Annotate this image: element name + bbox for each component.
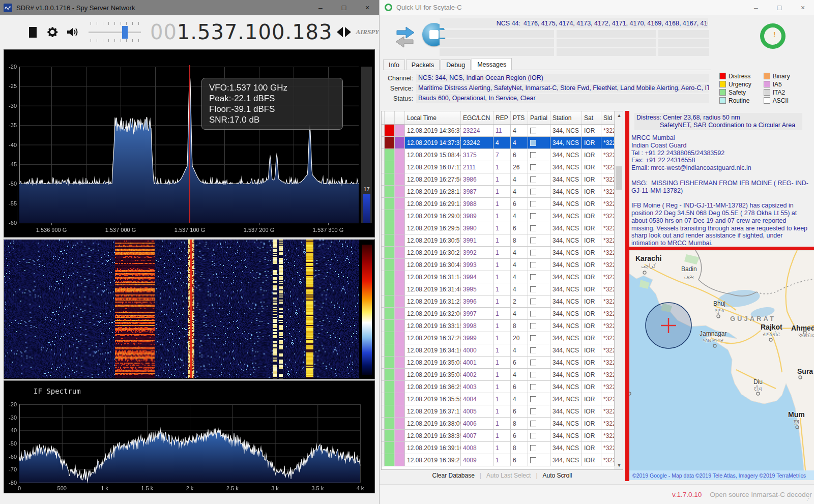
clear-database-button[interactable]: Clear Database	[432, 472, 474, 479]
status-value[interactable]: Bauds 600, Operational, In Service, Clea…	[416, 94, 709, 103]
table-row[interactable]: 12.08.2019 16:31:23399612344, NCSIOR*322	[382, 295, 623, 308]
table-row[interactable]: 12.08.2019 16:31:14399414344, NCSIOR*322	[382, 271, 623, 283]
table-row[interactable]: 12.08.2019 16:29:57399016344, NCSIOR*322	[382, 222, 623, 234]
table-row[interactable]: 12.08.2019 16:32:06399714344, NCSIOR*322	[382, 308, 623, 320]
volume-slider[interactable]	[89, 21, 141, 43]
table-header-cell[interactable]: EGC/LCN	[461, 111, 493, 124]
table-row[interactable]: 12.08.2019 16:33:15399818344, NCSIOR*322	[382, 320, 623, 332]
table-row[interactable]: 12.08.2019 16:30:23399214344, NCSIOR*322	[382, 247, 623, 259]
gear-icon[interactable]	[46, 25, 59, 39]
auto-last-select-button[interactable]: Auto Last Select	[486, 472, 531, 479]
service-value[interactable]: Maritime Distress Alerting, SafetyNet, I…	[416, 84, 709, 93]
table-scrollbar[interactable]: ▲ ▼	[615, 111, 623, 469]
partial-checkbox[interactable]	[530, 238, 536, 244]
partial-checkbox[interactable]	[530, 213, 536, 219]
frequency-step-arrows[interactable]	[336, 26, 352, 38]
partial-checkbox[interactable]	[530, 457, 536, 463]
table-row[interactable]: 12.08.2019 16:30:48399314344, NCSIOR*322	[382, 259, 623, 271]
table-row[interactable]: 12.08.2019 16:35:08400214344, NCSIOR*322	[382, 369, 623, 381]
table-row[interactable]: 12.08.2019 16:39:27400916344, NCSIOR*322	[382, 454, 623, 466]
table-header-cell[interactable]: Partial	[528, 111, 550, 124]
partial-checkbox[interactable]	[530, 164, 536, 170]
tab-packets[interactable]: Packets	[406, 60, 440, 70]
frequency-display[interactable]: 001.537.100.183	[150, 20, 333, 44]
table-header-cell[interactable]: Station	[550, 111, 582, 124]
speaker-icon[interactable]	[66, 25, 80, 39]
tab-info[interactable]: Info	[383, 60, 405, 70]
waterfall-canvas[interactable]	[4, 240, 359, 378]
table-header-cell[interactable]: PTS	[511, 111, 528, 124]
waterfall-panel[interactable]	[4, 239, 375, 379]
sdr-close-button[interactable]: ×	[356, 0, 379, 15]
table-row[interactable]: 12.08.2019 16:36:25400316344, NCSIOR*322	[382, 381, 623, 393]
table-row[interactable]: 12.08.2019 16:30:57399118344, NCSIOR*322	[382, 234, 623, 247]
partial-checkbox[interactable]	[530, 201, 536, 207]
partial-checkbox[interactable]	[530, 433, 536, 439]
spectrum-panel[interactable]: 17 VFO:1.537 100 GHz Peak:-22.1 dBFS Flo…	[4, 49, 375, 238]
partial-checkbox[interactable]	[530, 274, 536, 280]
partial-checkbox[interactable]	[530, 347, 536, 353]
scy-close-button[interactable]: ×	[791, 0, 814, 15]
scrollbar-thumb[interactable]	[616, 166, 622, 190]
partial-checkbox[interactable]	[530, 372, 536, 378]
partial-checkbox[interactable]	[530, 396, 536, 402]
sdr-maximize-button[interactable]: □	[332, 0, 356, 15]
table-row[interactable]: 12.08.2019 16:27:56398614344, NCSIOR*322	[382, 173, 623, 186]
partial-checkbox[interactable]	[530, 225, 536, 231]
table-row[interactable]: 12.08.2019 16:37:17400516344, NCSIOR*322	[382, 405, 623, 418]
partial-checkbox[interactable]	[530, 250, 536, 256]
partial-checkbox[interactable]	[530, 445, 536, 451]
table-row[interactable]: 12.08.2019 16:29:13398816344, NCSIOR*322	[382, 198, 623, 210]
table-header[interactable]: Local TimeEGC/LCNREPPTSPartialStationSat…	[382, 111, 623, 125]
partial-checkbox[interactable]	[530, 384, 536, 390]
partial-checkbox[interactable]	[530, 323, 536, 329]
table-row[interactable]: 12.08.2019 16:37:263999120344, NCSIOR*32…	[382, 332, 623, 344]
table-row[interactable]: 12.08.2019 16:07:112111126344, NCSIOR*32…	[382, 161, 623, 173]
partial-checkbox[interactable]	[530, 408, 536, 414]
table-header-cell[interactable]: Sat	[582, 111, 601, 124]
stop-icon[interactable]	[29, 27, 37, 38]
partial-checkbox[interactable]	[530, 421, 536, 427]
message-body-text[interactable]: MRCC Mumbai Indian Coast Guard Tel : +91…	[631, 134, 810, 244]
partial-checkbox[interactable]	[530, 360, 536, 366]
channel-value[interactable]: NCS: 344, NCS, Indian Ocean Region (IOR)	[416, 74, 709, 82]
table-row[interactable]: 12.08.2019 14:36:3723224114344, NCSIOR*3…	[382, 125, 623, 137]
map[interactable]: KarachiکراچیBadinبدینBhujભુજGUJARATRajko…	[629, 250, 814, 480]
partial-checkbox[interactable]	[530, 189, 536, 195]
table-row[interactable]: 12.08.2019 15:08:44317576344, NCSIOR*322	[382, 149, 623, 161]
table-row[interactable]: 12.08.2019 16:29:05398914344, NCSIOR*322	[382, 210, 623, 222]
scroll-up-icon[interactable]: ▲	[615, 111, 623, 120]
volume-thumb[interactable]	[122, 26, 128, 39]
table-row[interactable]: 12.08.2019 16:38:09400618344, NCSIOR*322	[382, 418, 623, 430]
scytale-titlebar[interactable]: Quick UI for Scytale-C – □ ×	[380, 0, 814, 15]
message-table-body[interactable]: 12.08.2019 14:36:3723224114344, NCSIOR*3…	[382, 125, 623, 466]
table-row[interactable]: 12.08.2019 16:35:59400414344, NCSIOR*322	[382, 393, 623, 405]
partial-checkbox[interactable]	[530, 140, 536, 146]
ncs-values[interactable]: 4176, 4175, 4174, 4173, 4172, 4171, 4170…	[524, 20, 708, 27]
table-row[interactable]: 12.08.2019 16:28:13398714344, NCSIOR*322	[382, 186, 623, 198]
scroll-down-icon[interactable]: ▼	[615, 461, 623, 469]
menu-icon[interactable]	[8, 26, 19, 39]
partial-checkbox[interactable]	[530, 128, 536, 134]
message-table[interactable]: Local TimeEGC/LCNREPPTSPartialStationSat…	[381, 111, 623, 470]
partial-checkbox[interactable]	[530, 176, 536, 183]
transfer-button[interactable]	[395, 24, 415, 48]
table-header-cell[interactable]: Local Time	[405, 111, 461, 124]
table-row[interactable]: 12.08.2019 16:34:16400014344, NCSIOR*322	[382, 344, 623, 357]
table-row[interactable]: 12.08.2019 16:39:10400818344, NCSIOR*322	[382, 442, 623, 454]
table-header-cell[interactable]: REP	[493, 111, 511, 124]
partial-checkbox[interactable]	[530, 311, 536, 317]
sdr-minimize-button[interactable]: –	[309, 0, 332, 15]
table-row[interactable]: 12.08.2019 16:35:08400116344, NCSIOR*322	[382, 357, 623, 369]
partial-checkbox[interactable]	[530, 335, 536, 341]
partial-checkbox[interactable]	[530, 152, 536, 158]
table-row[interactable]: 12.08.2019 14:37:372324244344, NCSIOR*32…	[382, 137, 623, 149]
scy-maximize-button[interactable]: □	[768, 0, 791, 15]
table-row[interactable]: 12.08.2019 16:31:40399514344, NCSIOR*322	[382, 283, 623, 295]
tab-messages[interactable]: Messages	[472, 58, 512, 70]
table-header-cell[interactable]	[395, 111, 405, 124]
auto-scroll-button[interactable]: Auto Scroll	[543, 472, 572, 479]
sdr-titlebar[interactable]: SDR# v1.0.0.1716 - Spy Server Network – …	[0, 0, 379, 15]
table-row[interactable]: 12.08.2019 16:38:35400716344, NCSIOR*322	[382, 430, 623, 442]
partial-checkbox[interactable]	[530, 286, 536, 292]
